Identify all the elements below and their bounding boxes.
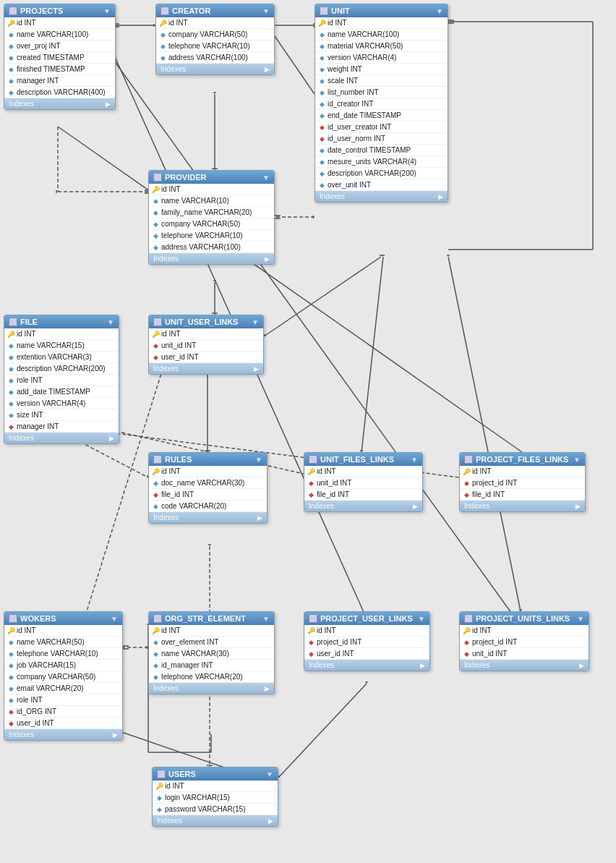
table-title: PROJECTS xyxy=(20,7,63,15)
field-row: ◆unit_id INT xyxy=(304,477,422,489)
field-row: 🔑id INT xyxy=(149,328,263,340)
table-project-units-links-footer[interactable]: Indexes ▶ xyxy=(460,660,589,671)
diamond-icon: ◆ xyxy=(318,66,325,73)
table-icon xyxy=(9,7,17,15)
field-row: ◆material VARCHAR(50) xyxy=(315,41,448,52)
diamond-icon: ◆ xyxy=(7,31,14,38)
field-row: ◆date_control TIMESTAMP xyxy=(315,145,448,156)
footer-arrow-icon: ▶ xyxy=(576,503,581,510)
field-row: 🔑id INT xyxy=(4,328,119,340)
diamond-red-icon: ◆ xyxy=(7,720,14,727)
table-unit-user-links-footer[interactable]: Indexes ▶ xyxy=(149,363,263,374)
field-name: company VARCHAR(50) xyxy=(17,673,95,681)
field-name: description VARCHAR(200) xyxy=(17,365,106,373)
header-arrow[interactable]: ▼ xyxy=(255,456,262,464)
footer-arrow-icon: ▶ xyxy=(420,662,425,669)
diamond-icon: ◆ xyxy=(152,639,159,646)
header-arrow[interactable]: ▼ xyxy=(262,615,270,623)
field-row: ◆id_user_creator INT xyxy=(315,122,448,133)
diamond-icon: ◆ xyxy=(7,697,14,704)
table-users-footer[interactable]: Indexes ▶ xyxy=(153,815,278,826)
table-projects-header: PROJECTS ▼ xyxy=(4,4,115,17)
field-row: ◆over_element INT xyxy=(149,637,274,648)
footer-arrow-icon: ▶ xyxy=(254,365,259,373)
diamond-icon: ◆ xyxy=(318,112,325,119)
field-name: id INT xyxy=(161,626,181,634)
field-name: id_ORG INT xyxy=(17,707,56,715)
field-row: 🔑id INT xyxy=(460,625,589,637)
table-icon xyxy=(161,7,169,15)
diamond-red-icon: ◆ xyxy=(152,342,159,349)
field-row: ◆company VARCHAR(50) xyxy=(149,218,274,230)
field-name: name VARCHAR(100) xyxy=(17,30,88,38)
table-wokers-footer[interactable]: Indexes ▶ xyxy=(4,729,122,740)
field-name: extention VARCHAR(3) xyxy=(17,353,92,361)
table-projects-footer[interactable]: Indexes ▶ xyxy=(4,98,115,109)
field-row: ◆file_id INT xyxy=(304,489,422,501)
table-rules-footer[interactable]: Indexes ▶ xyxy=(149,512,267,523)
diamond-icon: ◆ xyxy=(7,662,14,669)
table-icon xyxy=(309,614,317,623)
table-unit-files-links-footer[interactable]: Indexes ▶ xyxy=(304,501,422,511)
field-row: ◆code VARCHAR(20) xyxy=(149,501,267,512)
header-arrow[interactable]: ▼ xyxy=(111,615,118,623)
footer-arrow-icon: ▶ xyxy=(109,435,114,442)
footer-label: Indexes xyxy=(9,731,34,739)
table-unit-user-links-header: UNIT_USER_LINKS ▼ xyxy=(149,315,263,328)
table-creator-footer[interactable]: Indexes ▶ xyxy=(156,64,274,75)
diamond-icon: ◆ xyxy=(152,244,159,251)
header-arrow[interactable]: ▼ xyxy=(577,615,584,623)
field-name: over_unit INT xyxy=(328,181,371,189)
field-row: ◆version VARCHAR(4) xyxy=(4,398,119,409)
footer-label: Indexes xyxy=(464,502,489,510)
field-row: ◆password VARCHAR(15) xyxy=(153,804,278,815)
header-arrow[interactable]: ▼ xyxy=(411,456,418,464)
field-name: password VARCHAR(15) xyxy=(165,805,246,813)
table-project-user-links-footer[interactable]: Indexes ▶ xyxy=(304,660,429,671)
field-name: id INT xyxy=(17,626,36,634)
field-row: ◆scale INT xyxy=(315,75,448,87)
field-name: login VARCHAR(15) xyxy=(165,794,230,802)
field-name: id INT xyxy=(165,782,184,790)
header-arrow[interactable]: ▼ xyxy=(262,7,270,15)
header-arrow[interactable]: ▼ xyxy=(436,7,443,15)
table-unit-files-links-header: UNIT_FILES_LINKS ▼ xyxy=(304,453,422,466)
field-row: ◆unit_id INT xyxy=(460,648,589,660)
field-name: mesure_units VARCHAR(4) xyxy=(328,158,416,166)
table-project-files-links-footer[interactable]: Indexes ▶ xyxy=(460,501,585,511)
field-name: end_date TIMESTAMP xyxy=(328,111,401,119)
field-name: telephone VARCHAR(10) xyxy=(161,231,243,239)
table-file: FILE ▼ 🔑id INT ◆name VARCHAR(15) ◆extent… xyxy=(4,315,119,444)
header-arrow[interactable]: ▼ xyxy=(107,318,114,326)
svg-line-57 xyxy=(448,257,521,611)
header-arrow[interactable]: ▼ xyxy=(573,456,581,464)
table-org-str-element-footer[interactable]: Indexes ▶ xyxy=(149,683,274,694)
field-row: ◆login VARCHAR(15) xyxy=(153,792,278,804)
field-name: description VARCHAR(400) xyxy=(17,88,106,96)
field-row: 🔑id INT xyxy=(460,466,585,477)
field-row: ◆doc_name VARCHAR(30) xyxy=(149,477,267,489)
field-row: ◆user_id INT xyxy=(304,648,429,660)
header-arrow[interactable]: ▼ xyxy=(103,7,111,15)
table-title: PROJECT_FILES_LINKS xyxy=(476,455,568,464)
header-arrow[interactable]: ▼ xyxy=(252,318,259,326)
field-name: id INT xyxy=(472,467,492,475)
field-name: name VARCHAR(10) xyxy=(161,197,229,205)
header-arrow[interactable]: ▼ xyxy=(266,770,273,778)
header-arrow[interactable]: ▼ xyxy=(262,174,270,182)
diamond-red-icon: ◆ xyxy=(318,135,325,143)
table-file-footer[interactable]: Indexes ▶ xyxy=(4,433,119,443)
field-name: name VARCHAR(15) xyxy=(17,341,85,349)
diamond-icon: ◆ xyxy=(7,54,14,61)
diamond-icon: ◆ xyxy=(152,650,159,658)
table-project-units-links: PROJECT_UNITS_LINKS ▼ 🔑id INT ◆project_i… xyxy=(459,611,589,671)
table-unit: UNIT ▼ 🔑id INT ◆name VARCHAR(100) ◆mater… xyxy=(315,4,448,203)
diamond-icon: ◆ xyxy=(7,354,14,361)
header-arrow[interactable]: ▼ xyxy=(418,615,425,623)
field-row: ◆role INT xyxy=(4,375,119,386)
field-row: ◆role INT xyxy=(4,694,122,706)
diamond-icon: ◆ xyxy=(318,31,325,38)
table-unit-footer[interactable]: Indexes ▶ xyxy=(315,191,448,202)
table-provider-footer[interactable]: Indexes ▶ xyxy=(149,253,274,264)
field-name: id INT xyxy=(161,467,181,475)
